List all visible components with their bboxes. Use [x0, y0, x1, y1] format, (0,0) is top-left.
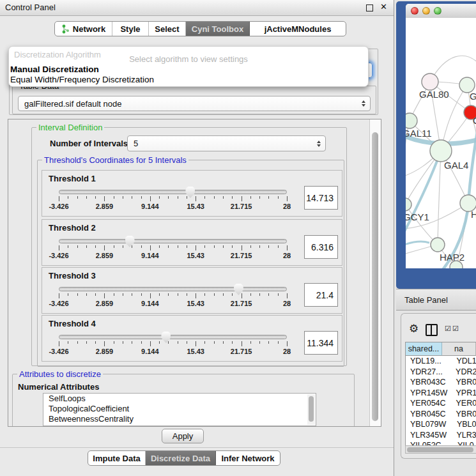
network-edge-thick[interactable] [406, 242, 429, 245]
table-cell[interactable]: YPR1 [452, 388, 476, 399]
table-cell[interactable]: YLR345W [406, 430, 452, 441]
column-header-name[interactable]: na [442, 342, 476, 356]
table-cell[interactable]: YDR27... [406, 367, 452, 378]
table-horizontal-scrollbar[interactable] [405, 445, 476, 454]
numerical-attributes-title: Numerical Attributes [18, 382, 99, 392]
column-header-shared-name[interactable]: shared... [406, 342, 442, 356]
combo-arrows-icon [362, 100, 365, 107]
tab-network[interactable]: Network [55, 22, 112, 36]
table-row[interactable]: YDL19...YDL1 [406, 356, 476, 367]
threshold-slider[interactable] [59, 335, 287, 339]
network-node[interactable] [430, 140, 452, 162]
tab-discretize-data[interactable]: Discretize Data [146, 451, 216, 465]
gear-icon[interactable]: ⚙ [409, 322, 418, 335]
table-panel-window: ⚙ ☑ ☑ shared... na YDL19...YDL1YDR27...Y… [401, 313, 476, 459]
numerical-attributes-list[interactable]: SelfLoopsTopologicalCoefficientBetweenne… [43, 393, 316, 426]
network-edge-thick[interactable] [406, 151, 441, 235]
network-node-label: GAL11 [406, 128, 432, 139]
attribute-item[interactable]: SelfLoops [43, 394, 316, 404]
table-row[interactable]: YLR345WYLR3 [406, 430, 476, 441]
table-cell[interactable]: YER0 [452, 398, 476, 409]
slider-scale-labels: -3.4262.8599.14415.4321.71528 [59, 348, 287, 356]
table-row[interactable]: YDR27...YDR2 [406, 367, 476, 378]
slider-ticks [59, 293, 287, 299]
table-row[interactable]: YBR045CYBR0 [406, 409, 476, 420]
network-canvas[interactable]: GAL80GCGAL11GAL4HGCY1HAP2 [406, 18, 476, 268]
table-data-combo[interactable]: galFiltered.sif default node [18, 96, 371, 111]
discretization-algorithm-legend: Discretization Algorithm [14, 50, 101, 59]
table-header-row: shared... na [406, 342, 476, 356]
table-cell[interactable]: YBL079W [406, 419, 453, 430]
tab-jactivemnodules[interactable]: jActiveMNodules [250, 22, 346, 36]
table-row[interactable]: YER054CYER0 [406, 398, 476, 409]
slider-scale-labels: -3.4262.8599.14415.4321.71528 [59, 203, 287, 211]
slider-scale-labels: -3.4262.8599.14415.4321.71528 [59, 300, 287, 308]
split-columns-icon[interactable] [426, 324, 438, 336]
threshold-label: Threshold 1 [49, 174, 96, 183]
tab-cyni-toolbox[interactable]: Cyni Toolbox [186, 22, 250, 36]
apply-button[interactable]: Apply [162, 429, 204, 443]
tab-infer-network[interactable]: Infer Network [216, 451, 280, 465]
table-panel-title: Table Panel [404, 295, 448, 305]
table-data-group: Table Data galFiltered.sif default node [12, 86, 376, 114]
tab-style[interactable]: Style [112, 22, 149, 36]
network-node[interactable] [406, 113, 417, 128]
thresholds-group: Threshold's Coordinates for 5 Intervals … [37, 160, 344, 367]
number-of-intervals-combo[interactable]: 5 [127, 135, 326, 151]
float-window-icon[interactable] [366, 4, 373, 12]
threshold-value-field[interactable]: 11.344 [304, 331, 338, 355]
settings-scrollbar[interactable] [369, 119, 381, 426]
table-cell[interactable]: YLR3 [452, 430, 476, 441]
attributes-legend: Attributes to discretize [17, 369, 103, 379]
node-table: shared... na YDL19...YDL1YDR27...YDR2YBR… [405, 342, 476, 454]
threshold-value-field[interactable]: 21.4 [304, 283, 338, 307]
attribute-item[interactable]: TopologicalCoefficient [43, 404, 316, 414]
network-node-label: GAL80 [419, 89, 449, 100]
network-node-label: C [473, 115, 476, 126]
attributes-scrollbar[interactable] [307, 394, 315, 425]
table-cell[interactable]: YBR043C [406, 377, 452, 388]
table-cell[interactable]: YBL0 [453, 419, 476, 430]
network-edge[interactable] [406, 204, 438, 245]
network-node-label: HAP2 [440, 252, 464, 263]
table-row[interactable]: YPR145WYPR1 [406, 388, 476, 399]
threshold-slider[interactable] [59, 239, 287, 243]
network-window: GAL80GCGAL11GAL4HGCY1HAP2 [406, 4, 476, 268]
network-node-label: GCY1 [406, 211, 429, 222]
tab-select[interactable]: Select [149, 22, 186, 36]
close-traffic-light-icon[interactable] [411, 7, 418, 15]
table-cell[interactable]: YBR045C [406, 409, 452, 420]
threshold-slider[interactable] [59, 287, 287, 291]
close-icon[interactable]: ✕ [380, 2, 387, 12]
tab-impute-data[interactable]: Impute Data [88, 451, 146, 465]
network-node[interactable] [406, 198, 411, 211]
table-cell[interactable]: YDR2 [452, 367, 476, 378]
zoom-traffic-light-icon[interactable] [434, 7, 441, 15]
table-cell[interactable]: YBR0 [452, 377, 476, 388]
table-cell[interactable]: YPR145W [406, 388, 452, 399]
checkbox-icon[interactable]: ☑ [452, 325, 459, 333]
checkbox-icon[interactable]: ☑ [445, 325, 451, 333]
table-cell[interactable]: YDL19... [406, 356, 452, 367]
table-row[interactable]: YBL079WYBL0 [406, 419, 476, 430]
interval-definition-legend: Interval Definition [36, 123, 104, 132]
threshold-value-field[interactable]: 14.713 [304, 186, 338, 210]
dropdown-item-equal-width[interactable]: Equal Width/Frequency Discretization [10, 75, 154, 84]
minimize-traffic-light-icon[interactable] [422, 7, 430, 15]
cyni-bottom-tabbar: Impute Data Discretize Data Infer Networ… [88, 450, 280, 466]
threshold-value-field[interactable]: 6.316 [304, 235, 338, 259]
table-cell[interactable]: YDL1 [452, 356, 476, 367]
table-cell[interactable]: YER054C [406, 398, 452, 409]
threshold-panel: Threshold 3 -3.4262.8599.14415.4321.7152… [42, 267, 342, 314]
threshold-slider[interactable] [59, 190, 287, 194]
table-row[interactable]: YBR043CYBR0 [406, 377, 476, 388]
network-edge[interactable] [438, 151, 441, 245]
dropdown-item-manual[interactable]: Manual Discretization [10, 65, 99, 74]
network-node[interactable] [422, 73, 438, 90]
network-node[interactable] [431, 238, 445, 252]
table-cell[interactable]: YBR0 [452, 409, 476, 420]
divider [0, 447, 394, 448]
attribute-item[interactable]: BetweennessCentrality [43, 414, 316, 424]
network-window-titlebar [406, 4, 476, 19]
slider-scale-labels: -3.4262.8599.14415.4321.71528 [59, 252, 287, 260]
